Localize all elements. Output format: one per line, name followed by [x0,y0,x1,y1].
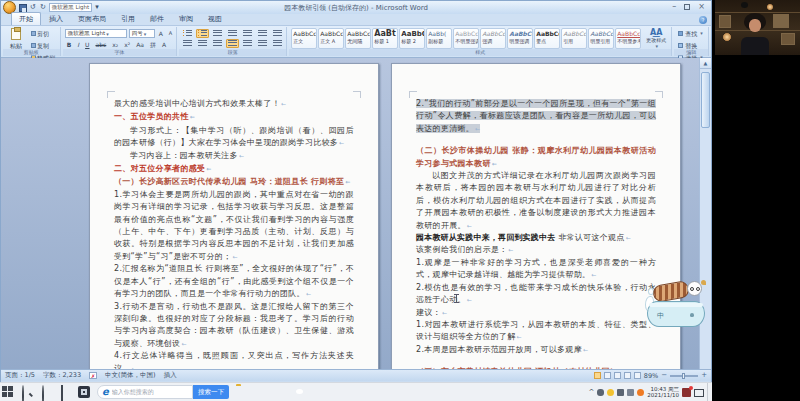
doc-paragraph[interactable]: 4.行文总体详略得当，既照顾面，又突出点，写作方法夹述夹议。 [114,350,354,369]
doc-paragraph[interactable] [416,135,656,145]
task-view-button[interactable] [59,386,71,398]
show-desktop-button[interactable] [707,383,710,401]
paragraph-tool-r2-6-button[interactable] [271,39,284,48]
doc-paragraph[interactable]: 二、对五位分享者的感受 [114,163,354,175]
action-center-icon[interactable] [694,389,704,397]
style-gallery-item-4[interactable]: AaBbC标题 2 [399,28,425,49]
doc-paragraph[interactable]: 一、五位学员的共性 [114,111,354,123]
help-icon[interactable]: ? [699,16,707,24]
pinned-app-icon[interactable] [78,386,90,398]
tray-360-icon[interactable] [637,389,644,396]
paragraph-tool-r2-5-button[interactable] [256,39,269,48]
doc-paragraph[interactable] [416,356,656,366]
doc-paragraph[interactable]: （二）长沙市体操幼儿园 张静：观摩水利厅幼儿园园本教研活动学习参与式园本教研 [416,145,656,170]
style-gallery-item-12[interactable]: AaBbCcDd不明显参考 [615,28,641,49]
paragraph-tool-r1-3-button[interactable] [226,29,239,38]
wechat-button[interactable] [293,386,305,398]
document-page-left[interactable]: 最大的感受培训中心培训方式和效果太棒了！一、五位学员的共性学习形式上：【集中学习… [89,63,379,369]
scrollbar-thumb[interactable] [701,72,710,128]
doc-paragraph[interactable]: 1.对园本教研进行系统学习，从园本教研的本质、特征、类型、设计与组织等全方位的了… [416,319,656,344]
insert-mode-indicator[interactable]: 插入 [164,371,177,380]
shrink-font-button[interactable]: A [167,28,174,39]
page-indicator[interactable]: 页面：1/5 [5,371,35,380]
qat-customize-icon[interactable]: ▾ [94,3,100,12]
style-gallery-item-7[interactable]: AaBbCcDd强调 [480,28,506,49]
tray-headset-icon[interactable] [617,389,624,396]
doc-paragraph[interactable]: 1.观摩是一种非常好的学习方式，也是深受老师喜爱的一种方式，观摩中记录越详细、越… [416,257,656,282]
paragraph-tool-r2-0-button[interactable] [181,39,194,48]
view-web-layout-button[interactable] [614,372,621,379]
tray-mic-icon[interactable] [597,389,604,396]
doc-paragraph[interactable]: 最大的感受培训中心培训方式和效果太棒了！ [114,98,354,110]
taskbar-search-box[interactable]: e 输入你想搜索的 [97,385,193,399]
view-print-layout-button[interactable] [594,372,601,379]
tray-app-yellow-icon[interactable] [607,389,614,396]
scroll-up-icon[interactable]: ▲ [700,58,711,69]
grow-font-button[interactable]: A [157,28,165,39]
style-gallery-item-11[interactable]: AaBbCcDd明显引用 [588,28,614,49]
doc-paragraph[interactable]: 学习形式上：【集中学习（听）、跟岗培训（看）、回园后的园本研修（行）】大家在学习… [114,125,354,150]
netdisk-button[interactable] [312,386,324,398]
ribbon-tab-5[interactable]: 审阅 [172,13,200,25]
taskbar-search-button[interactable] [21,386,33,398]
doc-paragraph[interactable]: 以图文并茂的方式详细记录在水利厅幼儿园两次跟岗学习园本教研后，将本园的园本教研与… [416,170,656,232]
search-go-button[interactable]: 搜索一下 [193,385,229,399]
paragraph-tool-r1-5-button[interactable] [256,29,269,38]
ribbon-tab-0[interactable]: 开始 [11,12,41,25]
qat-font-box[interactable]: 微软雅黑 Light [49,3,92,12]
save-icon[interactable] [19,4,27,12]
paragraph-tool-r1-6-button[interactable] [271,29,284,38]
paragraph-tool-r1-4-button[interactable] [241,29,254,38]
ribbon-tab-4[interactable]: 邮件 [143,13,171,25]
browser-360-button[interactable] [255,386,267,398]
doc-paragraph[interactable]: 该案例给我们的启示是： [416,244,656,256]
proofing-status-icon[interactable]: ✗ [89,372,97,379]
taskbar-clock[interactable]: 10:43 周三 2021/11/10 [647,386,679,399]
doc-paragraph[interactable]: 园本教研从实践中来，再回到实践中去 非常认可这个观点 [416,232,656,244]
paragraph-tool-r2-2-button[interactable] [211,39,224,48]
paragraph-tool-r1-1-button[interactable] [196,29,209,38]
redo-icon[interactable]: ↻ [39,3,47,12]
style-gallery-item-10[interactable]: AaBbCcDd引用 [561,28,587,49]
restore-button[interactable] [684,4,690,10]
ribbon-tab-2[interactable]: 页面布局 [71,13,113,25]
style-gallery-item-8[interactable]: AaBbCcDd明显强调 [507,28,533,49]
style-gallery-item-3[interactable]: AaBt标题 1 [372,28,398,49]
zoom-in-icon[interactable]: + [701,372,707,379]
notification-badge-icon[interactable] [682,388,691,397]
style-gallery-item-1[interactable]: AaBbCcI正文 A [318,28,344,49]
zoom-slider-thumb[interactable] [682,373,685,379]
document-page-right[interactable]: 2.“我们的行动”前部分是以一个一个园所呈现，但有一个“第一组行动”令人费解，看… [391,63,681,369]
doc-paragraph[interactable]: 2.汇报名称为“道阻且长 行则将至”，全文很好的体现了“行”，不仅是本人“行”，… [114,263,354,300]
minimize-button[interactable]: – [672,2,676,12]
zoom-slider[interactable] [670,375,698,377]
close-button[interactable]: × [698,2,705,12]
ribbon-tab-1[interactable]: 插入 [42,13,70,25]
zoom-out-icon[interactable]: − [661,372,667,379]
style-gallery-item-9[interactable]: AaBbCcDd要点 [534,28,560,49]
undo-icon[interactable]: ↺ [29,3,37,12]
paragraph-tool-r2-1-button[interactable] [196,39,209,48]
font-size-select[interactable]: 四号▾ [129,29,155,38]
style-gallery-item-6[interactable]: AaBbCcDd不明显强调 [453,28,479,49]
doc-paragraph[interactable]: 2.“我们的行动”前部分是以一个一个园所呈现，但有一个“第一组行动”令人费解，看… [416,98,656,135]
view-draft-button[interactable] [634,372,641,379]
file-explorer-button[interactable] [236,386,248,398]
language-indicator[interactable]: 中文(简体，中国) [105,371,156,380]
ribbon-tab-6[interactable]: 视图 [201,13,229,25]
doc-paragraph[interactable]: 3.行动不是盲动，行动也不是跟风。这是汇报给人留下的第三个深刻印象。也很好的对应… [114,301,354,351]
doc-paragraph[interactable]: （一）长沙高新区云时代传承幼儿园 马玲：道阻且长 行则将至 [114,176,354,188]
doc-paragraph[interactable]: 2.本周是园本教研示范园开放周，可以多观摩 [416,344,656,356]
cut-button[interactable]: 剪切 [29,28,57,39]
find-button[interactable]: 查找▾ [676,28,706,39]
cortana-button[interactable] [40,386,52,398]
style-gallery-item-5[interactable]: AaBb(副标题 [426,28,452,49]
paragraph-tool-r2-3-button[interactable] [226,39,239,48]
word-count[interactable]: 字数：2,233 [43,371,81,380]
change-styles-button[interactable]: A͟A 更改样式 ▾ [643,28,669,49]
iqiyi-button[interactable] [274,386,286,398]
zoom-level[interactable]: 89% [644,372,658,380]
style-gallery-item-0[interactable]: AaBbCcDd正文 [291,28,317,49]
paragraph-tool-r1-0-button[interactable] [181,29,194,38]
view-outline-button[interactable] [624,372,631,379]
